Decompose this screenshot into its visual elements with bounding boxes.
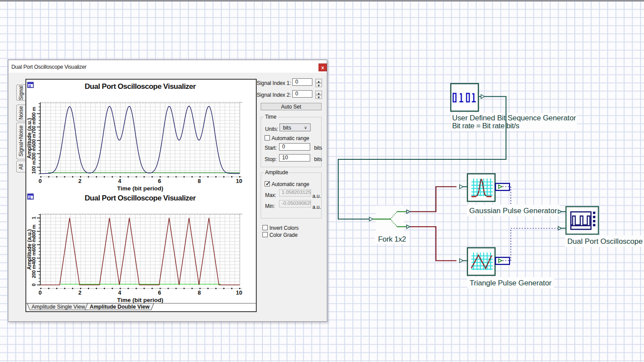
- svg-text:2: 2: [78, 289, 81, 296]
- svg-text:1: 1: [31, 217, 36, 219]
- svg-text:0: 0: [39, 178, 42, 184]
- svg-text:2: 2: [78, 178, 81, 184]
- svg-text:Fork 1x2: Fork 1x2: [378, 235, 406, 243]
- svg-text:Dual Port Oscilloscope Visuali: Dual Port Oscilloscope Visualizer: [85, 194, 196, 202]
- svg-text:6: 6: [158, 289, 161, 296]
- svg-text:Time (bit period): Time (bit period): [117, 297, 163, 303]
- svg-text:8: 8: [198, 289, 201, 296]
- svg-text:Dual Port Oscilloscope Visuali: Dual Port Oscilloscope Visualizer: [85, 82, 196, 91]
- svg-text:Dual Port Oscilloscope: Dual Port Oscilloscope: [567, 237, 643, 246]
- svg-text:Triangle Pulse Generator: Triangle Pulse Generator: [470, 279, 552, 287]
- svg-text:Amplitude (a.u.): Amplitude (a.u.): [26, 118, 32, 159]
- svg-text:4: 4: [118, 289, 122, 296]
- svg-text:0: 0: [39, 289, 42, 296]
- svg-text:0: 0: [31, 284, 36, 286]
- svg-text:Gaussian Pulse Generator: Gaussian Pulse Generator: [469, 207, 557, 215]
- svg-text:Amplitude (a.u.): Amplitude (a.u.): [26, 229, 32, 270]
- svg-text:10: 10: [236, 289, 242, 296]
- svg-text:User Defined Bit Sequence Gene: User Defined Bit Sequence Generator: [452, 114, 576, 122]
- svg-text:100 m: 100 m: [31, 160, 36, 174]
- svg-text:Amplitude Single View: Amplitude Single View: [32, 304, 85, 310]
- svg-text:Amplitude Double View: Amplitude Double View: [90, 304, 150, 310]
- svg-text:4: 4: [118, 178, 122, 184]
- svg-text:Bit rate = Bit rate bit/s: Bit rate = Bit rate bit/s: [452, 122, 519, 130]
- svg-text:8: 8: [198, 178, 201, 184]
- svg-text:Time (bit period): Time (bit period): [117, 185, 163, 192]
- svg-text:6: 6: [158, 178, 161, 184]
- svg-text:10: 10: [236, 178, 242, 184]
